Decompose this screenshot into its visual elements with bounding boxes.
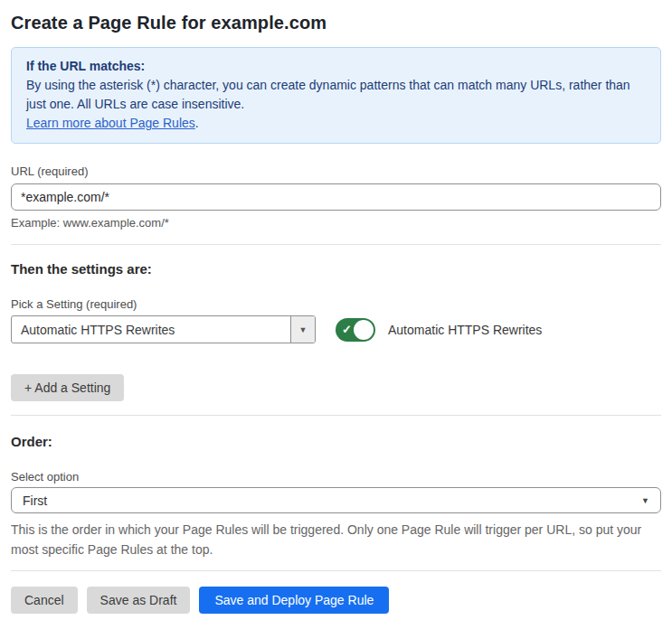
setting-dropdown[interactable]: Automatic HTTPS Rewrites ▼: [11, 315, 316, 343]
chevron-down-icon: ▼: [641, 496, 649, 505]
add-setting-button[interactable]: + Add a Setting: [11, 374, 124, 401]
order-hint: This is the order in which your Page Rul…: [11, 520, 661, 559]
settings-heading: Then the settings are:: [11, 261, 661, 277]
url-input[interactable]: [11, 183, 661, 211]
chevron-down-icon: ▼: [299, 325, 308, 334]
page-title: Create a Page Rule for example.com: [11, 0, 661, 33]
divider: [11, 570, 661, 571]
setting-dropdown-arrow-button[interactable]: ▼: [290, 316, 315, 343]
setting-dropdown-value: Automatic HTTPS Rewrites: [12, 316, 290, 343]
form-actions: Cancel Save as Draft Save and Deploy Pag…: [11, 587, 661, 614]
order-heading: Order:: [11, 434, 661, 449]
url-label: URL (required): [11, 164, 661, 178]
save-and-deploy-button[interactable]: Save and Deploy Page Rule: [199, 587, 389, 614]
cancel-button[interactable]: Cancel: [11, 587, 78, 614]
learn-more-link[interactable]: Learn more about Page Rules: [26, 116, 195, 130]
url-match-info-box: If the URL matches: By using the asteris…: [11, 47, 661, 144]
url-example-hint: Example: www.example.com/*: [11, 216, 661, 230]
divider: [11, 415, 661, 416]
toggle-label: Automatic HTTPS Rewrites: [388, 323, 542, 337]
setting-row: Automatic HTTPS Rewrites ▼ ✓ Automatic H…: [11, 315, 661, 343]
save-as-draft-button[interactable]: Save as Draft: [87, 587, 191, 614]
page-rule-form: Create a Page Rule for example.com If th…: [0, 0, 672, 614]
info-box-link-row: Learn more about Page Rules.: [26, 114, 646, 133]
link-suffix: .: [195, 116, 199, 130]
select-option-label: Select option: [11, 470, 661, 484]
info-box-heading: If the URL matches:: [26, 57, 646, 76]
pick-setting-label: Pick a Setting (required): [11, 297, 661, 311]
order-select-value: First: [23, 493, 47, 508]
check-icon: ✓: [342, 324, 352, 335]
divider: [11, 244, 661, 245]
https-rewrites-toggle[interactable]: ✓: [336, 318, 375, 342]
info-box-body: By using the asterisk (*) character, you…: [26, 76, 646, 114]
toggle-knob: [354, 320, 374, 340]
order-select[interactable]: First ▼: [11, 487, 661, 513]
